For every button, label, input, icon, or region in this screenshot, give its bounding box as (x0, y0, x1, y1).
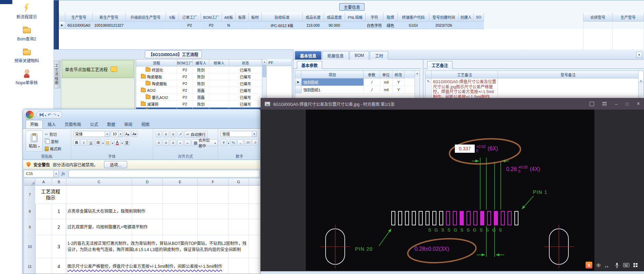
align-center-button[interactable] (163, 140, 169, 146)
main-grid-column-header[interactable]: 型号创建时间 (429, 13, 459, 22)
chevron-down-icon[interactable] (118, 131, 123, 137)
comma-button[interactable] (237, 139, 244, 146)
italic-button[interactable] (81, 139, 87, 146)
info-tab[interactable]: 拓展信息 (322, 51, 349, 60)
note-text-cell[interactable]: 点亮非金属钻孔大在铜面上，极限削铜制作 (66, 204, 260, 219)
main-grid-column-header[interactable]: 终端客户代码 (398, 13, 429, 22)
column-header[interactable]: A (36, 178, 52, 185)
main-grid-column-header[interactable]: 板材 (249, 13, 262, 22)
wrap-text-button[interactable]: 自动换行 (184, 131, 208, 138)
main-grid-column-header[interactable]: SO (474, 13, 484, 22)
tab-basic-params[interactable]: 基本参数 (297, 61, 322, 69)
main-grid-column-header[interactable]: 新生产型号 (93, 13, 126, 22)
remark-column-header[interactable]: 工艺备注 (432, 71, 498, 78)
orientation-button[interactable] (177, 131, 183, 137)
borders-button[interactable] (95, 139, 101, 146)
main-grid-column-header[interactable]: 订单工厂 (179, 13, 201, 22)
decrease-font-button[interactable] (131, 131, 137, 137)
decrease-decimal-button[interactable] (252, 139, 258, 146)
align-middle-button[interactable] (163, 131, 169, 137)
column-header[interactable]: C (66, 178, 132, 185)
chevron-down-icon[interactable] (252, 131, 257, 137)
ribbon-tab[interactable]: 视图 (137, 120, 154, 128)
column-header[interactable]: B (52, 178, 66, 185)
toolbar-item[interactable]: 预审关键物料 (0, 44, 53, 66)
params-column-header[interactable]: 参数 (364, 71, 380, 78)
params-column-header[interactable]: 修改 (392, 71, 405, 78)
increase-decimal-button[interactable] (245, 139, 251, 146)
chevron-down-icon[interactable] (121, 139, 123, 146)
ime-language-toggle[interactable]: 中 (596, 262, 601, 268)
main-grid-column-header[interactable]: AB板 (222, 13, 236, 22)
viewer-titlebar[interactable]: 6G1GI00GA0-焊盘尺寸公差及位置尺寸公差.jpg - 时光看图 第1/1… (261, 98, 644, 110)
ribbon-tab[interactable]: 公式 (86, 120, 102, 128)
increase-indent-button[interactable] (184, 140, 190, 146)
column-header[interactable]: G (228, 178, 249, 185)
flow-column-header[interactable]: 状态 (229, 60, 262, 66)
underline-button[interactable] (88, 139, 94, 146)
chevron-down-icon[interactable] (58, 112, 59, 118)
flow-row[interactable]: 减薄铜 P2 陈剑 已编写 (136, 101, 262, 108)
main-grid-column-header[interactable]: 板厚 (236, 13, 249, 22)
main-grid-column-header[interactable]: 验收标准 (262, 13, 303, 22)
ribbon-tab[interactable]: 页面布局 (61, 120, 85, 128)
minimize-button[interactable] (615, 101, 618, 106)
chevron-down-icon[interactable] (102, 139, 104, 146)
flow-row[interactable]: 塞孔AOI2 P2 周磊 已编写 (136, 94, 262, 101)
increase-font-button[interactable] (124, 131, 130, 137)
fill-color-button[interactable] (105, 139, 111, 146)
sheet-row[interactable]: 11 4 图示尺寸公差严格管控，焊盘尺寸公差方宽按+/-1.5mil制作，间距公… (24, 258, 260, 274)
bold-button[interactable] (74, 139, 80, 146)
close-button[interactable] (637, 101, 640, 107)
flow-hint-box[interactable]: 单击节点加载工艺流程 (62, 60, 134, 78)
fullscreen-icon[interactable] (590, 102, 594, 106)
chevron-down-icon[interactable] (228, 139, 229, 146)
note-text-cell[interactable]: 过孔双面开窗，均按树脂塞孔+电镀填平制作 (66, 219, 260, 235)
main-grid-selected-row[interactable]: 6G1GI00GA010010600121327P2P2NIPC-6012 Ⅱ级… (59, 22, 484, 29)
flow-column-header[interactable]: BOM工厂 (177, 60, 193, 66)
select-all-corner[interactable] (24, 178, 36, 185)
column-header[interactable]: E (163, 178, 198, 185)
merge-grid-column-header[interactable]: 合拼型号 (583, 13, 613, 22)
keyboard-icon[interactable] (623, 263, 629, 267)
flow-row[interactable]: 陶瓷磨板 P2 陈剑 已编写 (136, 73, 262, 80)
flow-extra-column-header[interactable]: PF (267, 59, 292, 66)
office-button[interactable] (25, 110, 35, 120)
align-left-button[interactable] (156, 140, 162, 146)
flow-row[interactable]: AOI2 P2 周磊 已编写 (136, 87, 262, 94)
info-tab[interactable]: 工时 (370, 51, 388, 60)
step-number-cell[interactable]: 2 (52, 219, 66, 235)
sheet-row[interactable]: 9 2 过孔双面开窗，均按树脂塞孔+电镀填平制作 (24, 219, 260, 235)
number-format-combo[interactable]: 常规 (221, 131, 257, 137)
flow-column-header[interactable]: 编写人 (193, 60, 209, 66)
microphone-icon[interactable] (615, 262, 619, 268)
scroll-up-arrow[interactable] (639, 78, 643, 83)
cad-image-canvas[interactable]: S G S S G S S G S S G S 0.337 +0.02 0 (6… (306, 110, 594, 271)
column-header[interactable]: D (132, 178, 163, 185)
flow-row[interactable]: 陶瓷磨板 P2 陈剑 已编写 (136, 80, 262, 87)
sheet-row[interactable]: 10 3 1-2的盲孔无法按正常打激光制作，改为背钻制作，背钻从BOT面向TOP… (24, 235, 260, 258)
ribbon-tab[interactable]: 审阅 (120, 120, 136, 128)
spreadsheet-titlebar[interactable] (23, 109, 260, 120)
remark-column-header[interactable]: 型号备注 (498, 71, 639, 78)
row-header[interactable]: 11 (24, 258, 36, 274)
toolbar-item[interactable]: Bom查询2 (0, 22, 53, 44)
merge-center-button[interactable]: 合并后居中 (192, 139, 218, 146)
maximize-button[interactable] (626, 102, 629, 106)
name-box[interactable]: C15 (24, 170, 54, 177)
main-grid-column-header[interactable]: S板 (166, 13, 179, 22)
currency-button[interactable] (221, 139, 227, 146)
note-text-cell[interactable]: 1-2的盲孔无法按正常打激光制作，改为背钻制作，背钻从BOT面向TOP面钻，不钻… (66, 235, 260, 258)
align-bottom-button[interactable] (170, 131, 176, 137)
main-grid-column-header[interactable]: 字符 (366, 13, 383, 22)
merge-grid-column-header[interactable]: 生产型号 (613, 13, 644, 22)
params-row[interactable]: 蚀刻图纸 / mil Y (295, 78, 415, 86)
fx-icon[interactable]: fx (59, 170, 68, 177)
chevron-down-icon[interactable] (105, 131, 109, 137)
params-row[interactable]: 蚀刻图纸1 / mil Y (295, 86, 415, 94)
note-text-cell[interactable]: 图示尺寸公差严格管控，焊盘尺寸公差方宽按+/-1.5mil制作，间距公差按+/-… (66, 258, 260, 274)
font-color-button[interactable] (114, 139, 120, 146)
params-column-header[interactable]: 单位 (380, 71, 392, 78)
phonetic-button[interactable]: 变 (124, 139, 130, 146)
main-grid-column-header[interactable]: 成品宽度 (324, 13, 345, 22)
